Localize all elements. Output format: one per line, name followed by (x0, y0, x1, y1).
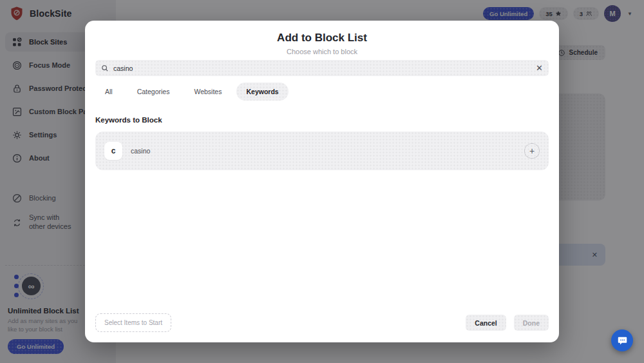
tab-websites[interactable]: Websites (184, 83, 231, 101)
tab-keywords[interactable]: Keywords (236, 83, 288, 101)
plus-icon: + (529, 146, 535, 156)
modal-title: Add to Block List (85, 21, 559, 44)
keyword-list: c casino + (95, 132, 549, 170)
filter-tabs: All Categories Websites Keywords (95, 83, 289, 101)
select-items-hint: Select Items to Start (95, 313, 171, 332)
search-input[interactable] (113, 64, 536, 72)
chat-fab-button[interactable] (611, 329, 633, 351)
modal-subtitle: Choose which to block (85, 48, 559, 55)
clear-search-icon[interactable]: ✕ (536, 64, 543, 72)
tab-all[interactable]: All (95, 83, 122, 101)
add-to-blocklist-modal: Add to Block List Choose which to block … (85, 21, 559, 342)
chat-icon (617, 335, 628, 346)
add-keyword-button[interactable]: + (524, 143, 540, 159)
keyword-label: casino (131, 147, 524, 155)
app-root: BlockSite Block Sites (0, 0, 644, 363)
cancel-button[interactable]: Cancel (466, 315, 506, 331)
search-icon (101, 64, 109, 72)
section-title: Keywords to Block (95, 116, 162, 124)
keyword-initial-badge: c (104, 142, 122, 160)
modal-footer: Select Items to Start Cancel Done (95, 313, 549, 332)
search-bar: ✕ (95, 60, 549, 76)
keyword-list-item[interactable]: c casino + (95, 132, 549, 170)
done-button[interactable]: Done (514, 315, 549, 331)
tab-categories[interactable]: Categories (128, 83, 180, 101)
